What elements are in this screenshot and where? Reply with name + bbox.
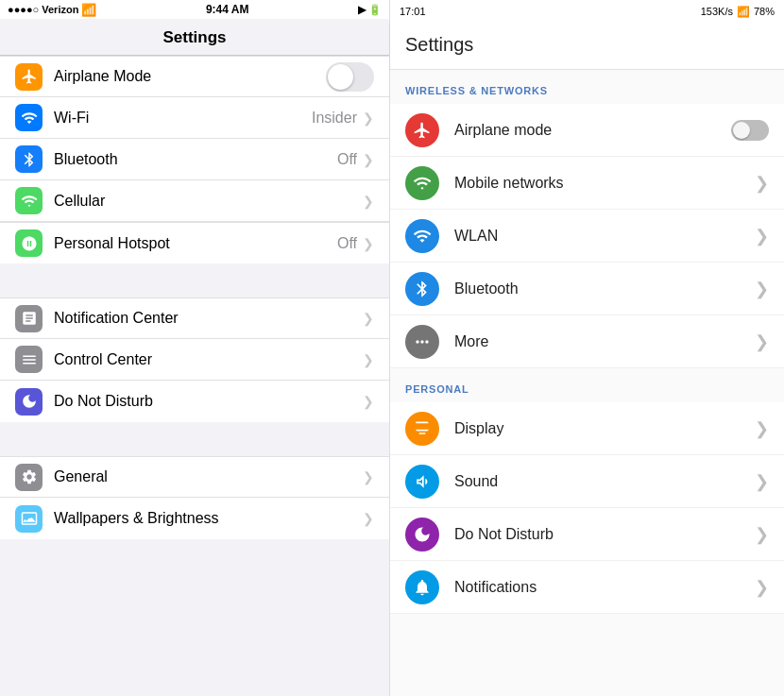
android-sound-label: Sound xyxy=(454,473,755,490)
right-time: 17:01 xyxy=(400,6,426,17)
airplane-mode-icon xyxy=(15,63,43,91)
row-airplane-mode[interactable]: Airplane Mode xyxy=(0,56,389,97)
left-header: Settings xyxy=(0,19,389,56)
android-row-wlan[interactable]: WLAN ❯ xyxy=(390,210,784,263)
notif-center-icon xyxy=(15,305,43,332)
wifi-setting-icon xyxy=(15,104,43,131)
hotspot-chevron: ❯ xyxy=(363,236,374,251)
wifi-value: Insider xyxy=(312,110,357,127)
bluetooth-value: Off xyxy=(337,151,357,168)
android-row-bluetooth[interactable]: Bluetooth ❯ xyxy=(390,263,784,315)
control-center-icon xyxy=(15,346,43,373)
toggle-knob xyxy=(328,64,353,90)
row-cellular[interactable]: Cellular ❯ xyxy=(0,180,389,222)
android-row-display[interactable]: Display ❯ xyxy=(390,402,784,455)
android-bluetooth-icon xyxy=(405,272,439,306)
cellular-label: Cellular xyxy=(54,193,363,210)
android-row-sound[interactable]: Sound ❯ xyxy=(390,455,784,508)
android-bluetooth-label: Bluetooth xyxy=(454,280,755,297)
android-dnd-chevron: ❯ xyxy=(755,524,769,545)
android-mobile-chevron: ❯ xyxy=(755,173,769,194)
signal-icon: 📶 xyxy=(737,6,750,18)
bluetooth-chevron: ❯ xyxy=(363,152,374,167)
hotspot-icon xyxy=(15,229,43,257)
android-more-icon xyxy=(405,325,439,359)
wallpaper-icon xyxy=(15,505,43,533)
android-notifications-chevron: ❯ xyxy=(755,577,769,598)
row-bluetooth[interactable]: Bluetooth Off ❯ xyxy=(0,139,389,180)
android-wlan-chevron: ❯ xyxy=(755,226,769,246)
android-notif-icon xyxy=(405,570,439,604)
android-row-mobile[interactable]: Mobile networks ❯ xyxy=(390,157,784,210)
battery-icon: 🔋 xyxy=(368,4,382,16)
bluetooth-setting-icon xyxy=(15,145,43,173)
carrier-text: ●●●●○ Verizon xyxy=(8,4,78,15)
notif-center-label: Notification Center xyxy=(54,310,363,327)
separator-1 xyxy=(0,263,389,297)
row-wallpapers[interactable]: Wallpapers & Brightness ❯ xyxy=(0,498,389,539)
general-icon xyxy=(15,464,43,491)
right-panel: 17:01 153K/s 📶 78% Settings WIRELESS & N… xyxy=(389,0,784,696)
status-left: ●●●●○ Verizon 📶 xyxy=(8,3,96,17)
android-row-notifications[interactable]: Notifications ❯ xyxy=(390,561,784,614)
right-speed: 153K/s xyxy=(701,6,733,17)
right-battery: 78% xyxy=(754,6,775,17)
android-row-dnd[interactable]: Do Not Disturb ❯ xyxy=(390,508,784,561)
row-wifi[interactable]: Wi-Fi Insider ❯ xyxy=(0,97,389,139)
row-do-not-disturb[interactable]: Do Not Disturb ❯ xyxy=(0,381,389,422)
left-group-2: Notification Center ❯ Control Center ❯ D… xyxy=(0,297,389,422)
android-dnd-label: Do Not Disturb xyxy=(454,526,755,543)
android-airplane-toggle[interactable] xyxy=(731,120,769,141)
wifi-label: Wi-Fi xyxy=(54,110,312,127)
control-center-label: Control Center xyxy=(54,351,363,368)
left-content: Airplane Mode Wi-Fi Insider ❯ Bluetoo xyxy=(0,56,389,696)
android-toggle-knob xyxy=(733,122,750,139)
right-status-icons: 153K/s 📶 78% xyxy=(701,6,775,18)
android-airplane-icon xyxy=(405,113,439,147)
hotspot-label: Personal Hotspot xyxy=(54,235,337,252)
separator-2 xyxy=(0,422,389,456)
left-group-3: General ❯ Wallpapers & Brightness ❯ xyxy=(0,456,389,539)
right-title: Settings xyxy=(405,34,769,56)
android-mobile-icon xyxy=(405,166,439,200)
wallpapers-chevron: ❯ xyxy=(363,511,374,526)
airplane-mode-label: Airplane Mode xyxy=(54,68,326,85)
right-status-bar: 17:01 153K/s 📶 78% xyxy=(390,0,784,23)
row-general[interactable]: General ❯ xyxy=(0,456,389,498)
android-bluetooth-chevron: ❯ xyxy=(755,279,769,299)
android-sound-chevron: ❯ xyxy=(755,471,769,492)
row-notification-center[interactable]: Notification Center ❯ xyxy=(0,297,389,339)
android-mobile-label: Mobile networks xyxy=(454,175,755,192)
location-icon: ▶ xyxy=(358,4,366,16)
right-content: WIRELESS & NETWORKS Airplane mode Mobile… xyxy=(390,70,784,696)
android-dnd-icon xyxy=(405,518,439,552)
dnd-icon xyxy=(15,388,43,416)
dnd-chevron: ❯ xyxy=(363,394,374,409)
control-center-chevron: ❯ xyxy=(363,352,374,367)
wallpapers-label: Wallpapers & Brightness xyxy=(54,510,363,527)
android-notifications-label: Notifications xyxy=(454,579,755,596)
android-display-label: Display xyxy=(454,420,755,437)
left-panel: ●●●●○ Verizon 📶 9:44 AM ▶ 🔋 Settings Air… xyxy=(0,0,389,696)
left-status-bar: ●●●●○ Verizon 📶 9:44 AM ▶ 🔋 xyxy=(0,0,389,19)
section-personal-header: PERSONAL xyxy=(390,368,784,402)
hotspot-value: Off xyxy=(337,235,357,252)
time-text: 9:44 AM xyxy=(206,3,249,16)
android-row-airplane[interactable]: Airplane mode xyxy=(390,104,784,157)
android-more-chevron: ❯ xyxy=(755,331,769,352)
right-header: Settings xyxy=(390,23,784,70)
android-row-more[interactable]: More ❯ xyxy=(390,315,784,368)
android-wlan-icon xyxy=(405,219,439,253)
android-display-chevron: ❯ xyxy=(755,418,769,439)
row-control-center[interactable]: Control Center ❯ xyxy=(0,339,389,381)
dnd-label: Do Not Disturb xyxy=(54,393,363,410)
left-title: Settings xyxy=(0,28,389,47)
row-personal-hotspot[interactable]: Personal Hotspot Off ❯ xyxy=(0,222,389,263)
general-chevron: ❯ xyxy=(363,469,374,484)
cellular-chevron: ❯ xyxy=(363,194,374,209)
bluetooth-label: Bluetooth xyxy=(54,151,337,168)
android-wlan-label: WLAN xyxy=(454,228,755,245)
airplane-mode-toggle[interactable] xyxy=(326,62,374,92)
cellular-icon xyxy=(15,187,43,214)
android-more-label: More xyxy=(454,333,755,350)
